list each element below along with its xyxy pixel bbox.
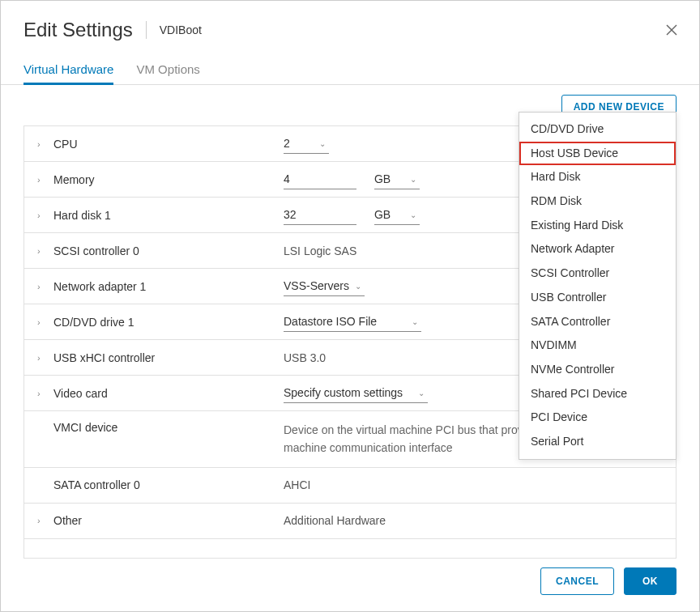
label-cpu: CPU [53, 138, 78, 151]
sata-value: AHCI [284, 478, 310, 491]
label-vmci-device: VMCI device [53, 421, 117, 434]
label-usb-xhci-controller: USB xHCI controller [53, 351, 155, 364]
memory-unit-select[interactable]: GB⌄ [374, 169, 420, 189]
tab-bar: Virtual Hardware VM Options [1, 49, 699, 85]
cddvd-select[interactable]: Datastore ISO File⌄ [284, 312, 421, 332]
chevron-down-icon: ⌄ [410, 210, 416, 219]
chevron-down-icon: ⌄ [418, 389, 425, 397]
chevron-right-icon[interactable]: › [37, 175, 49, 185]
chevron-down-icon: ⌄ [410, 175, 416, 184]
label-sata-controller-0: SATA controller 0 [53, 478, 140, 491]
hard-disk-value-input[interactable]: 32 [284, 205, 356, 225]
menu-item-serial-port[interactable]: Serial Port [519, 430, 676, 454]
memory-value-input[interactable]: 4 [284, 169, 356, 189]
scsi-value: LSI Logic SAS [284, 244, 356, 257]
chevron-right-icon[interactable]: › [37, 210, 49, 220]
chevron-down-icon: ⌄ [412, 317, 418, 326]
row-other: › Other Additional Hardware [24, 504, 676, 539]
chevron-right-icon[interactable]: › [37, 246, 49, 256]
menu-item-existing-hard-disk[interactable]: Existing Hard Disk [519, 214, 676, 238]
usb-value: USB 3.0 [284, 351, 326, 364]
close-icon [665, 23, 678, 36]
cpu-count-select[interactable]: 2⌄ [284, 134, 329, 154]
menu-item-scsi-controller[interactable]: SCSI Controller [519, 261, 676, 286]
close-button[interactable] [664, 22, 680, 38]
menu-item-shared-pci-device[interactable]: Shared PCI Device [519, 382, 676, 406]
chevron-down-icon: ⌄ [319, 139, 326, 148]
chevron-right-icon[interactable]: › [37, 389, 49, 398]
video-card-select[interactable]: Specify custom settings⌄ [284, 383, 428, 403]
chevron-right-icon[interactable]: › [37, 516, 49, 525]
vm-name: VDIBoot [160, 23, 202, 36]
menu-item-nvdimm[interactable]: NVDIMM [519, 334, 676, 358]
label-cd-dvd-drive-1: CD/DVD drive 1 [53, 316, 134, 329]
menu-item-cd-dvd-drive[interactable]: CD/DVD Drive [519, 117, 676, 142]
label-memory: Memory [53, 173, 95, 186]
dialog-header: Edit Settings VDIBoot [1, 1, 699, 49]
menu-item-pci-device[interactable]: PCI Device [519, 406, 676, 430]
chevron-right-icon[interactable]: › [37, 282, 49, 291]
menu-item-host-usb-device[interactable]: Host USB Device [519, 142, 676, 166]
menu-item-sata-controller[interactable]: SATA Controller [519, 310, 676, 334]
header-separator [146, 21, 147, 39]
menu-item-network-adapter[interactable]: Network Adapter [519, 237, 676, 261]
chevron-right-icon[interactable]: › [37, 317, 49, 327]
ok-button[interactable]: OK [624, 567, 677, 595]
label-video-card: Video card [53, 387, 108, 400]
tab-virtual-hardware[interactable]: Virtual Hardware [23, 62, 113, 85]
dialog-title: Edit Settings [23, 19, 133, 41]
network-select[interactable]: VSS-Servers⌄ [284, 276, 365, 296]
row-sata-controller-0: › SATA controller 0 AHCI [24, 468, 676, 504]
chevron-right-icon[interactable]: › [37, 139, 49, 149]
add-device-menu: CD/DVD Drive Host USB Device Hard Disk R… [519, 112, 677, 460]
menu-item-rdm-disk[interactable]: RDM Disk [519, 189, 676, 214]
label-network-adapter-1: Network adapter 1 [53, 280, 146, 293]
label-scsi-controller-0: SCSI controller 0 [53, 244, 139, 257]
label-hard-disk-1: Hard disk 1 [53, 209, 111, 222]
menu-item-nvme-controller[interactable]: NVMe Controller [519, 358, 676, 382]
hard-disk-unit-select[interactable]: GB⌄ [374, 205, 420, 225]
tab-vm-options[interactable]: VM Options [136, 62, 199, 85]
chevron-right-icon[interactable]: › [37, 353, 49, 363]
menu-item-usb-controller[interactable]: USB Controller [519, 286, 676, 310]
menu-item-hard-disk[interactable]: Hard Disk [519, 165, 676, 189]
dialog-footer: CANCEL OK [1, 551, 699, 611]
cancel-button[interactable]: CANCEL [540, 567, 614, 595]
other-value: Additional Hardware [284, 514, 386, 527]
label-other: Other [53, 514, 82, 527]
chevron-down-icon: ⌄ [355, 282, 361, 291]
